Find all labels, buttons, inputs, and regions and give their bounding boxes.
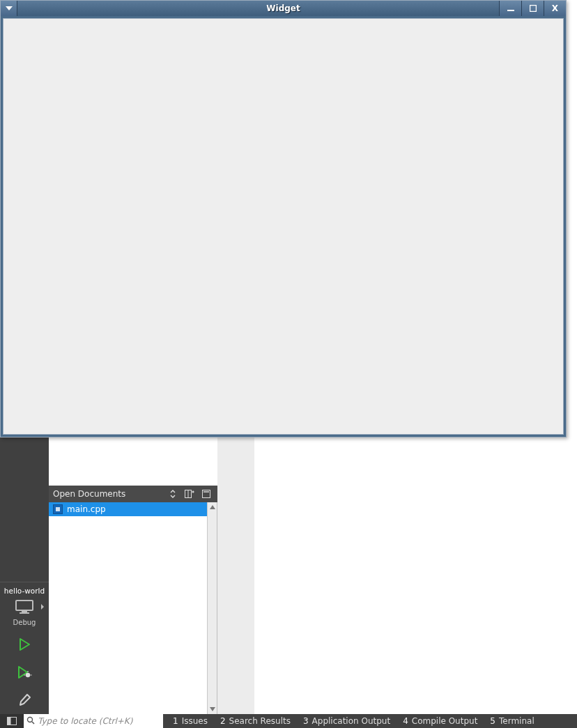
close-button[interactable]: X	[544, 1, 566, 16]
svg-rect-18	[507, 10, 514, 11]
svg-point-3	[26, 673, 30, 677]
scroll-up-icon[interactable]	[208, 502, 217, 512]
open-documents-scrollbar[interactable]	[207, 502, 217, 714]
sidebar-toggle-button[interactable]	[0, 714, 24, 728]
svg-rect-11	[203, 490, 210, 498]
svg-rect-0	[16, 601, 33, 610]
cpp-file-icon	[53, 504, 63, 514]
open-documents-header: Open Documents	[49, 486, 217, 502]
locator-search[interactable]	[24, 714, 163, 728]
sort-icon[interactable]	[166, 488, 180, 500]
run-debug-button[interactable]	[0, 658, 49, 686]
split-icon[interactable]	[183, 488, 197, 500]
search-icon	[26, 716, 35, 727]
open-documents-title: Open Documents	[53, 489, 163, 499]
locator-input[interactable]	[38, 716, 160, 726]
chevron-down-icon	[6, 6, 13, 10]
tab-issues[interactable]: 1 Issues	[173, 716, 208, 726]
close-icon: X	[552, 3, 558, 13]
svg-rect-19	[530, 6, 536, 12]
widget-title: Widget	[1, 3, 566, 13]
tab-terminal[interactable]: 5 Terminal	[490, 716, 534, 726]
svg-rect-1	[22, 611, 27, 612]
svg-rect-2	[20, 612, 29, 614]
status-bar: 1 Issues 2 Search Results 3 Application …	[0, 714, 577, 728]
minimize-icon	[507, 5, 515, 12]
build-button[interactable]	[0, 686, 49, 714]
system-menu-button[interactable]	[1, 1, 17, 16]
open-document-item[interactable]: main.cpp	[49, 502, 217, 516]
tab-application-output[interactable]: 3 Application Output	[303, 716, 390, 726]
widget-client-area[interactable]	[3, 18, 564, 435]
svg-line-17	[32, 722, 34, 724]
kit-build-mode: Debug	[13, 619, 36, 626]
svg-point-16	[28, 717, 33, 722]
minimize-button[interactable]	[499, 1, 521, 16]
close-panel-icon[interactable]	[199, 488, 213, 500]
monitor-icon	[1, 599, 47, 614]
svg-rect-13	[56, 507, 60, 511]
output-tabs: 1 Issues 2 Search Results 3 Application …	[163, 716, 577, 726]
kit-selector[interactable]: hello-world Debug	[0, 582, 49, 630]
widget-titlebar[interactable]: Widget X	[1, 1, 566, 16]
widget-window: Widget X	[0, 0, 567, 437]
run-button[interactable]	[0, 630, 49, 658]
maximize-icon	[530, 5, 537, 12]
kit-project-name: hello-world	[1, 587, 47, 595]
open-document-filename: main.cpp	[67, 504, 106, 514]
tab-search-results[interactable]: 2 Search Results	[220, 716, 291, 726]
open-documents-list: main.cpp	[49, 502, 217, 714]
svg-rect-15	[7, 718, 10, 725]
scroll-down-icon[interactable]	[208, 704, 217, 714]
chevron-right-icon	[40, 604, 45, 610]
tab-compile-output[interactable]: 4 Compile Output	[403, 716, 477, 726]
maximize-button[interactable]	[521, 1, 544, 16]
